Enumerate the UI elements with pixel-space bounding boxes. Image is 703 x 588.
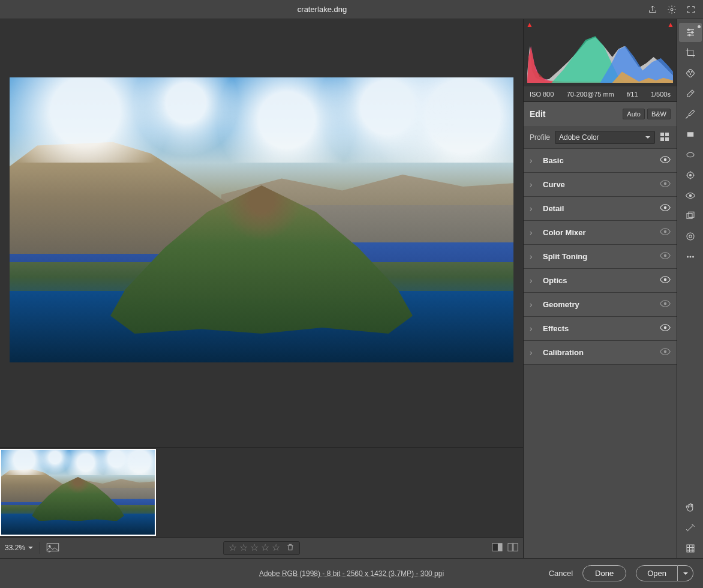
trash-icon[interactable]	[286, 543, 295, 553]
svg-point-37	[687, 256, 689, 258]
panel-section-curve[interactable]: ›Curve	[524, 173, 677, 197]
profile-browser-icon[interactable]	[660, 132, 671, 143]
visibility-eye-icon[interactable]	[660, 300, 671, 309]
star-4[interactable]: ☆	[261, 543, 269, 553]
visibility-eye-icon[interactable]	[660, 156, 671, 165]
chevron-right-icon: ›	[530, 252, 537, 261]
star-2[interactable]: ☆	[239, 543, 248, 553]
bw-button[interactable]: B&W	[647, 109, 671, 119]
section-label: Effects	[543, 324, 660, 333]
settings-gear-icon[interactable]	[663, 1, 680, 18]
image-info-link[interactable]: Adobe RGB (1998) - 8 bit - 2560 x 1432 (…	[259, 569, 444, 578]
open-button[interactable]: Open	[636, 565, 678, 581]
edit-header: Edit Auto B&W	[524, 102, 677, 126]
presets-icon[interactable]	[679, 227, 702, 246]
panel-section-calibration[interactable]: ›Calibration	[524, 341, 677, 365]
panel-section-effects[interactable]: ›Effects	[524, 317, 677, 341]
profile-row: Profile Adobe Color	[524, 126, 677, 149]
aperture-value: f/11	[627, 91, 638, 98]
heal-tool-icon[interactable]	[679, 64, 702, 83]
panel-section-color-mixer[interactable]: ›Color Mixer	[524, 221, 677, 245]
auto-button[interactable]: Auto	[623, 109, 645, 119]
chevron-right-icon: ›	[530, 228, 537, 237]
svg-rect-11	[665, 137, 669, 141]
visibility-eye-icon[interactable]	[660, 276, 671, 285]
visibility-eye-icon[interactable]	[660, 324, 671, 333]
iso-value: ISO 800	[530, 91, 554, 98]
image-overlay-icon[interactable]	[44, 541, 62, 555]
radial-tool-icon[interactable]	[679, 145, 702, 164]
canvas-area[interactable]	[0, 19, 523, 447]
panel-section-optics[interactable]: ›Optics	[524, 269, 677, 293]
grid-view-icon[interactable]	[679, 539, 702, 558]
section-label: Curve	[543, 180, 660, 189]
open-menu-caret[interactable]	[678, 565, 693, 581]
done-button[interactable]: Done	[582, 565, 626, 581]
visibility-eye-icon[interactable]	[660, 204, 671, 213]
export-icon[interactable]	[644, 1, 661, 18]
target-tool-icon[interactable]	[679, 166, 702, 185]
shot-info: ISO 800 70-200@75 mm f/11 1/500s	[524, 86, 677, 102]
svg-point-36	[689, 235, 692, 238]
chevron-right-icon: ›	[530, 204, 537, 213]
svg-point-17	[664, 278, 667, 281]
visibility-eye-icon[interactable]	[660, 252, 671, 261]
panel-section-basic[interactable]: ›Basic	[524, 149, 677, 173]
svg-rect-34	[689, 212, 694, 217]
section-label: Detail	[543, 204, 660, 213]
zoom-value: 33.2%	[5, 544, 25, 552]
svg-point-15	[664, 230, 667, 233]
profile-label: Profile	[530, 133, 550, 142]
panel-section-detail[interactable]: ›Detail	[524, 197, 677, 221]
panel-section-geometry[interactable]: ›Geometry	[524, 293, 677, 317]
star-5[interactable]: ☆	[272, 543, 280, 553]
hand-tool-icon[interactable]	[679, 498, 702, 517]
brush-tool-icon[interactable]	[679, 104, 702, 124]
svg-point-18	[664, 302, 667, 305]
svg-point-13	[664, 182, 667, 185]
svg-point-14	[664, 206, 667, 209]
zoom-level[interactable]: 33.2%	[0, 544, 36, 552]
redeye-tool-icon[interactable]	[679, 186, 702, 205]
edit-panel: ▲ ▲ ISO 800 70-200@75 mm f/11 1/500s	[523, 19, 677, 558]
cancel-button[interactable]: Cancel	[549, 569, 573, 578]
visibility-eye-icon[interactable]	[660, 180, 671, 189]
svg-point-20	[664, 350, 667, 353]
visibility-eye-icon[interactable]	[660, 228, 671, 237]
panel-section-split-toning[interactable]: ›Split Toning	[524, 245, 677, 269]
compare-view-icon[interactable]	[507, 542, 518, 554]
svg-point-26	[691, 71, 692, 73]
snapshots-icon[interactable]	[679, 206, 702, 226]
svg-point-39	[692, 256, 694, 258]
edit-tool-icon[interactable]	[679, 23, 702, 42]
profile-select[interactable]: Adobe Color	[555, 131, 655, 144]
svg-point-38	[689, 256, 691, 258]
filmstrip-thumbnail[interactable]	[0, 449, 156, 536]
svg-point-23	[689, 34, 690, 36]
chevron-right-icon: ›	[530, 276, 537, 285]
svg-point-31	[689, 175, 691, 176]
eyedropper-tool-icon[interactable]	[679, 84, 702, 103]
star-1[interactable]: ☆	[229, 543, 237, 553]
chevron-right-icon: ›	[530, 156, 537, 165]
gradient-tool-icon[interactable]	[679, 125, 702, 144]
section-label: Basic	[543, 156, 660, 165]
svg-point-21	[687, 29, 689, 31]
star-3[interactable]: ☆	[250, 543, 259, 553]
visibility-eye-icon[interactable]	[660, 348, 671, 357]
fullscreen-icon[interactable]	[683, 1, 699, 18]
svg-point-12	[664, 158, 667, 161]
section-label: Split Toning	[543, 252, 660, 261]
svg-rect-9	[665, 133, 669, 136]
more-icon[interactable]	[679, 247, 702, 266]
lens-value: 70-200@75 mm	[567, 91, 614, 98]
magic-tool-icon[interactable]	[679, 518, 702, 538]
svg-point-32	[689, 194, 692, 197]
svg-rect-33	[687, 214, 692, 219]
crop-tool-icon[interactable]	[679, 43, 702, 62]
histogram[interactable]: ▲ ▲	[524, 19, 677, 86]
svg-rect-4	[498, 543, 502, 551]
bottom-bar: Adobe RGB (1998) - 8 bit - 2560 x 1432 (…	[0, 558, 703, 588]
single-view-icon[interactable]	[492, 542, 503, 554]
svg-point-25	[689, 71, 690, 73]
